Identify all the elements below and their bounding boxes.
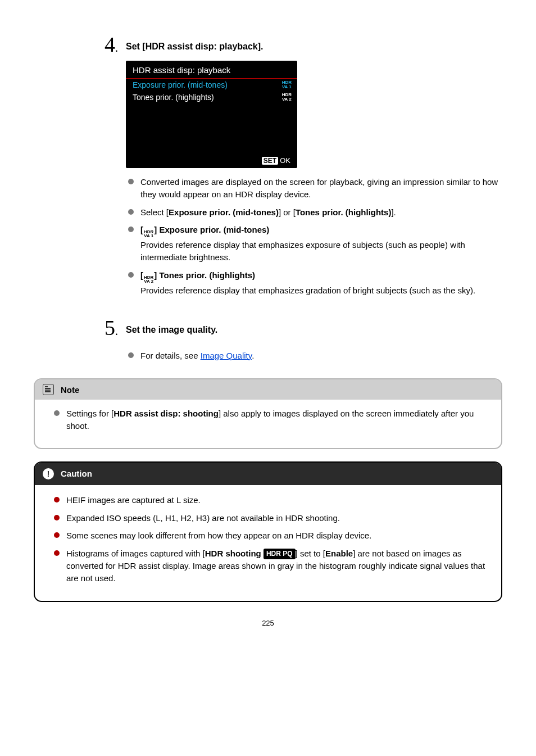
menu-row-exposure-prior: Exposure prior. (mid-tones) HDRVA 1: [126, 79, 297, 91]
note-icon: [43, 384, 54, 395]
caution-item-4: Histograms of images captured with [HDR …: [52, 547, 488, 584]
caution-box: ! Caution HEIF images are captured at L …: [34, 461, 502, 603]
step4-bullet-4: [HDRVA 2] Tones prior. (highlights) Prov…: [126, 269, 502, 297]
step4-bullet-1: Converted images are displayed on the sc…: [126, 176, 502, 201]
caution-heading: Caution: [61, 469, 92, 478]
caution-item-3: Some scenes may look different from how …: [52, 529, 488, 542]
note-item: Settings for [HDR assist disp: shooting]…: [52, 408, 490, 432]
note-heading: Note: [61, 385, 79, 395]
step-4-title: Set [HDR assist disp: playback].: [126, 34, 264, 52]
caution-item-1: HEIF images are captured at L size.: [52, 494, 488, 506]
step-5-title: Set the image quality.: [126, 317, 217, 335]
hdr-va2-icon: HDRVA 2: [144, 275, 153, 283]
caution-icon: !: [43, 468, 54, 479]
menu-ok-indicator: SETOK: [126, 155, 297, 166]
step4-bullet-3: [HDRVA 1] Exposure prior. (mid-tones) Pr…: [126, 224, 502, 264]
step-number-4: 4.: [96, 34, 118, 55]
hdr-pq-icon: HDR PQ: [264, 549, 296, 559]
camera-menu-screenshot: HDR assist disp: playback Exposure prior…: [126, 61, 297, 168]
caution-item-2: Expanded ISO speeds (L, H1, H2, H3) are …: [52, 512, 488, 524]
menu-row-tones-prior: Tones prior. (highlights) HDRVA 2: [126, 91, 297, 103]
image-quality-link[interactable]: Image Quality: [201, 351, 252, 360]
menu-title: HDR assist disp: playback: [126, 61, 297, 79]
step-number-5: 5.: [96, 317, 118, 338]
page-number: 225: [34, 619, 502, 627]
step5-bullet: For details, see Image Quality.: [126, 350, 502, 362]
note-box: Note Settings for [HDR assist disp: shoo…: [34, 378, 502, 449]
step4-bullet-2: Select [Exposure prior. (mid-tones)] or …: [126, 206, 502, 219]
hdr-va1-icon: HDRVA 1: [144, 230, 153, 238]
